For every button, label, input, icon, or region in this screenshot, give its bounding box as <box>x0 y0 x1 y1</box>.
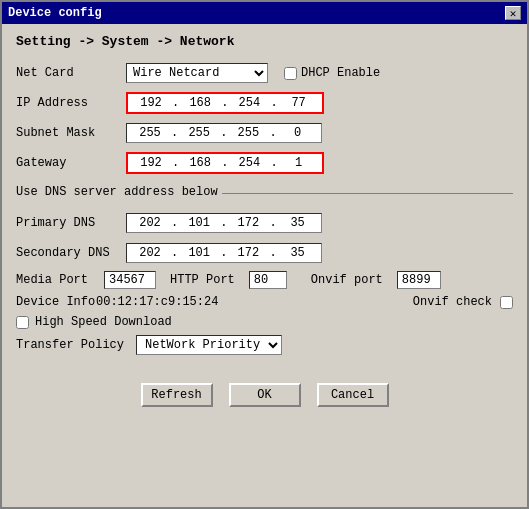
onvif-port-input[interactable] <box>397 271 441 289</box>
ok-button[interactable]: OK <box>229 383 301 407</box>
primary-dns-octet4[interactable] <box>279 216 317 230</box>
primary-dns-octet2[interactable] <box>180 216 218 230</box>
onvif-check-label: Onvif check <box>413 295 492 309</box>
device-onvif-row: Device Info 00:12:17:c9:15:24 Onvif chec… <box>16 295 513 309</box>
secondary-dns-octet1[interactable] <box>131 246 169 260</box>
subnet-octet3[interactable] <box>229 126 267 140</box>
transfer-policy-label: Transfer Policy <box>16 338 126 352</box>
ip-address-group: . . . <box>126 92 324 114</box>
ports-row: Media Port HTTP Port Onvif port <box>16 271 513 289</box>
ip-address-octet1[interactable] <box>132 96 170 110</box>
dns-section-label: Use DNS server address below <box>16 185 218 199</box>
dns-section: Use DNS server address below <box>16 181 513 205</box>
net-card-label: Net Card <box>16 66 126 80</box>
ip-address-octet4[interactable] <box>280 96 318 110</box>
gateway-octet1[interactable] <box>132 156 170 170</box>
high-speed-checkbox[interactable] <box>16 316 29 329</box>
high-speed-row: High Speed Download <box>16 315 513 329</box>
section-title: Setting -> System -> Network <box>16 34 513 49</box>
media-port-input[interactable] <box>104 271 156 289</box>
ip-address-octet3[interactable] <box>230 96 268 110</box>
secondary-dns-row: Secondary DNS . . . <box>16 241 513 265</box>
close-button[interactable]: ✕ <box>505 6 521 20</box>
window-title: Device config <box>8 6 102 20</box>
title-bar: Device config ✕ <box>2 2 527 24</box>
secondary-dns-octet2[interactable] <box>180 246 218 260</box>
gateway-octet2[interactable] <box>181 156 219 170</box>
ip-address-label: IP Address <box>16 96 126 110</box>
gateway-octet3[interactable] <box>230 156 268 170</box>
ip-address-octet2[interactable] <box>181 96 219 110</box>
high-speed-label: High Speed Download <box>35 315 172 329</box>
transfer-policy-select[interactable]: NetWork Priority Smooth Quality <box>136 335 282 355</box>
http-port-label: HTTP Port <box>170 273 235 287</box>
cancel-button[interactable]: Cancel <box>317 383 389 407</box>
primary-dns-row: Primary DNS . . . <box>16 211 513 235</box>
primary-dns-octet3[interactable] <box>229 216 267 230</box>
subnet-mask-group: . . . <box>126 123 322 143</box>
dhcp-checkbox-area: DHCP Enable <box>284 66 380 80</box>
gateway-row: Gateway . . . <box>16 151 513 175</box>
secondary-dns-group: . . . <box>126 243 322 263</box>
gateway-group: . . . <box>126 152 324 174</box>
http-port-input[interactable] <box>249 271 287 289</box>
device-info-label: Device Info <box>16 295 96 309</box>
dhcp-label: DHCP Enable <box>284 66 380 80</box>
secondary-dns-label: Secondary DNS <box>16 246 126 260</box>
subnet-octet1[interactable] <box>131 126 169 140</box>
gateway-octet4[interactable] <box>280 156 318 170</box>
subnet-mask-label: Subnet Mask <box>16 126 126 140</box>
media-port-label: Media Port <box>16 273 96 287</box>
secondary-dns-octet3[interactable] <box>229 246 267 260</box>
secondary-dns-octet4[interactable] <box>279 246 317 260</box>
device-info-value: 00:12:17:c9:15:24 <box>96 295 218 309</box>
device-config-window: Device config ✕ Setting -> System -> Net… <box>0 0 529 509</box>
primary-dns-octet1[interactable] <box>131 216 169 230</box>
button-row: Refresh OK Cancel <box>16 375 513 407</box>
content-area: Setting -> System -> Network Net Card Wi… <box>2 24 527 507</box>
onvif-port-label: Onvif port <box>311 273 383 287</box>
net-card-row: Net Card Wire Netcard Wireless Netcard D… <box>16 61 513 85</box>
subnet-octet2[interactable] <box>180 126 218 140</box>
subnet-mask-row: Subnet Mask . . . <box>16 121 513 145</box>
refresh-button[interactable]: Refresh <box>141 383 213 407</box>
primary-dns-label: Primary DNS <box>16 216 126 230</box>
subnet-octet4[interactable] <box>279 126 317 140</box>
dhcp-checkbox[interactable] <box>284 67 297 80</box>
ip-address-row: IP Address . . . <box>16 91 513 115</box>
primary-dns-group: . . . <box>126 213 322 233</box>
net-card-select[interactable]: Wire Netcard Wireless Netcard <box>126 63 268 83</box>
transfer-policy-row: Transfer Policy NetWork Priority Smooth … <box>16 335 513 355</box>
gateway-label: Gateway <box>16 156 126 170</box>
onvif-check-checkbox[interactable] <box>500 296 513 309</box>
